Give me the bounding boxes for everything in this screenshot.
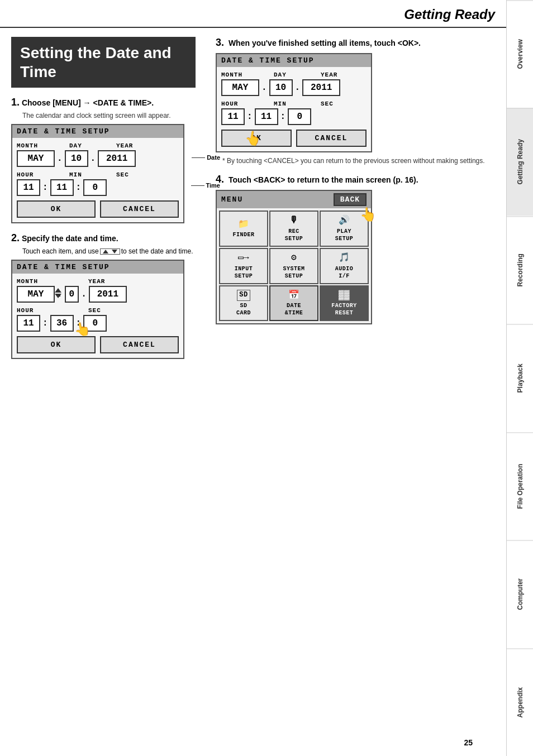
arrow-buttons [100,248,120,255]
menu-header: MENU BACK [217,191,371,208]
down-arrow-icon [112,250,117,253]
page-header-title: Getting Ready [404,7,495,22]
page-header: Getting Ready [0,0,506,28]
input-setup-icon: ▭→ [238,252,249,264]
menu-item-system-setup[interactable]: ⚙ SYSTEMSETUP [269,248,318,284]
factory-reset-icon: ▓▓ [339,290,350,302]
menu-item-sd-card[interactable]: SD SDCARD [219,285,268,322]
step-2: 2. Specify the date and time. Touch each… [11,232,196,359]
page-number: 25 [464,738,473,747]
day-down-arrow [55,294,61,298]
time-labels-2: HOUR SEC [17,307,179,314]
menu-item-date-time[interactable]: 📅 DATE&TIME [269,285,318,322]
date-values: MAY . 10 . 2011 [17,150,179,167]
day-up-arrow [55,288,61,293]
day-arrows [55,288,61,298]
date-values-2: MAY . 0 . 2011 [17,286,179,303]
step-1-desc: The calendar and clock setting screen wi… [22,112,196,119]
step-3-header: 3. When you've finished setting all item… [216,37,497,49]
menu-screen: MENU BACK 📁 FINDER 🎙 RECSETUP [216,190,372,324]
time-values: 11 : 11 : 0 [17,179,179,196]
step-2-screen-body: MONTH YEAR MAY . 0 [12,274,183,358]
step-1-screen-container: DATE & TIME SETUP MONTH DAY YEAR MAY [11,124,196,223]
main-content: Getting Ready Setting the Date and Time … [0,0,506,756]
step-3: 3. When you've finished setting all item… [216,37,497,165]
date-values-3: MAY . 10 . 2011 [221,79,367,96]
time-values-2: 11 : 36 : 0 [17,315,179,332]
touch-cursor-4: 👆 [360,207,377,223]
date-time-icon: 📅 [288,290,300,302]
date-annotation: Date [192,154,220,161]
sidebar-item-appendix[interactable]: Appendix [507,648,533,756]
sd-card-icon: SD [237,290,250,301]
left-column: Setting the Date and Time 1. Choose [MEN… [0,28,207,377]
step-1-screen-title: DATE & TIME SETUP [12,125,183,138]
section-title-box: Setting the Date and Time [11,37,196,88]
menu-grid: 📁 FINDER 🎙 RECSETUP 🔊 PLAYSETUP [217,208,371,323]
sidebar: Overview Getting Ready Recording Playbac… [506,0,533,756]
step-4-header: 4. Touch <BACK> to return to the main sc… [216,174,497,185]
cancel-button-2[interactable]: CANCEL [100,336,179,353]
time-values-3: 11 : 11 : 0 [221,108,367,125]
cancel-button-3[interactable]: CANCEL [296,130,367,147]
menu-item-rec-setup[interactable]: 🎙 RECSETUP [269,210,318,247]
step-1-screen: DATE & TIME SETUP MONTH DAY YEAR MAY [11,124,184,223]
step-1-header: 1. Choose [MENU] → <DATE & TIME>. [11,97,196,108]
menu-back-button[interactable]: BACK [334,193,367,206]
sidebar-item-recording[interactable]: Recording [507,216,533,324]
time-labels-3: HOUR MIN SEC [221,101,367,107]
sidebar-item-getting-ready[interactable]: Getting Ready [507,108,533,216]
up-arrow-icon [103,250,108,253]
step-3-note: * By touching <CANCEL> you can return to… [222,157,497,165]
step-2-screen: DATE & TIME SETUP MONTH YEAR MAY . [11,260,184,359]
step-4: 4. Touch <BACK> to return to the main sc… [216,174,497,324]
touch-cursor-3: 👆 [244,130,263,149]
cancel-button-1[interactable]: CANCEL [100,200,179,218]
menu-title: MENU [221,195,243,204]
finder-icon: 📁 [238,219,250,231]
step-1-screen-body: MONTH DAY YEAR MAY . 10 . 2011 [12,138,183,222]
sidebar-item-computer[interactable]: Computer [507,540,533,648]
step-3-screen-body: MONTH DAY YEAR MAY . 10 . 2011 [217,67,371,151]
step-3-screen: DATE & TIME SETUP MONTH DAY YEAR MAY . 1 [216,53,372,152]
play-setup-icon: 🔊 [339,215,350,227]
date-labels-2: MONTH YEAR [17,278,179,285]
system-setup-icon: ⚙ [291,252,297,264]
step-2-instructions: Touch each item, and use to set the date… [22,247,196,255]
date-labels: MONTH DAY YEAR [17,142,179,149]
ok-button-2[interactable]: OK [17,336,96,353]
rec-setup-icon: 🎙 [289,215,299,227]
step-1: 1. Choose [MENU] → <DATE & TIME>. The ca… [11,97,196,223]
sidebar-item-playback[interactable]: Playback [507,324,533,432]
ok-button-1[interactable]: OK [17,200,96,218]
time-labels: HOUR MIN SEC [17,171,179,178]
time-annotation: Time [191,182,220,189]
audio-if-icon: 🎵 [339,252,350,264]
menu-item-factory-reset[interactable]: ▓▓ FACTORYRESET [320,285,369,322]
menu-item-input-setup[interactable]: ▭→ INPUTSETUP [219,248,268,284]
step-2-header: 2. Specify the date and time. [11,232,196,244]
section-title: Setting the Date and Time [20,44,187,81]
date-labels-3: MONTH DAY YEAR [221,71,367,78]
step-1-buttons: OK CANCEL [17,200,179,218]
right-column: 3. When you've finished setting all item… [207,28,506,377]
menu-item-audio-if[interactable]: 🎵 AUDIOI/F [320,248,369,284]
step-2-buttons: OK CANCEL [17,336,179,353]
step-3-screen-title: DATE & TIME SETUP [217,54,371,67]
step-2-screen-title: DATE & TIME SETUP [12,261,183,274]
sidebar-item-overview[interactable]: Overview [507,0,533,108]
menu-item-finder[interactable]: 📁 FINDER [219,210,268,247]
day-with-arrows: 0 [65,289,79,299]
content-area: Setting the Date and Time 1. Choose [MEN… [0,28,506,377]
sidebar-item-file-operation[interactable]: File Operation [507,432,533,540]
touch-cursor-2: 👆 [73,320,92,339]
